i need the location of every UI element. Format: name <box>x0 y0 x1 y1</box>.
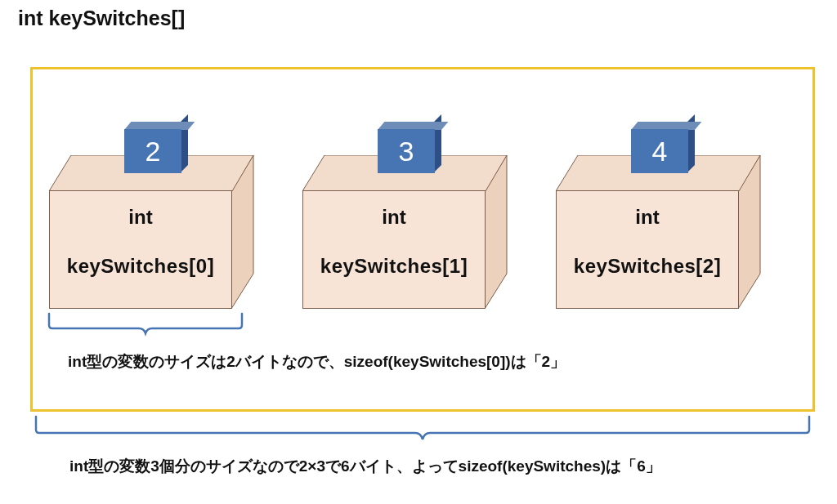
array-element-1: int keySwitches[1] <box>302 155 507 319</box>
bracket-single-element <box>47 314 244 343</box>
caption-sizeof-element: int型の変数のサイズは2バイトなので、sizeof(keySwitches[0… <box>68 351 566 372</box>
box-type-label: int <box>303 206 485 229</box>
value-chip-1: 3 <box>378 122 441 174</box>
box-front: int keySwitches[0] <box>49 190 232 309</box>
chip-value-label: 2 <box>124 129 181 173</box>
chip-value-label: 3 <box>378 129 435 173</box>
box-name-label: keySwitches[0] <box>50 255 231 278</box>
diagram-title: int keySwitches[] <box>18 7 185 30</box>
bracket-whole-array <box>34 417 811 449</box>
chip-value-label: 4 <box>631 129 688 173</box>
box-name-label: keySwitches[1] <box>303 255 485 278</box>
value-chip-0: 2 <box>124 122 188 174</box>
array-element-0: int keySwitches[0] <box>49 155 253 319</box>
value-chip-2: 4 <box>631 122 695 174</box>
caption-sizeof-array: int型の変数3個分のサイズなので2×3で6バイト、よってsizeof(keyS… <box>69 456 661 477</box>
box-front: int keySwitches[2] <box>556 190 739 309</box>
box-type-label: int <box>50 206 231 229</box>
box-type-label: int <box>557 206 738 229</box>
box-front: int keySwitches[1] <box>302 190 486 309</box>
array-element-2: int keySwitches[2] <box>556 155 760 319</box>
box-name-label: keySwitches[2] <box>557 255 738 278</box>
